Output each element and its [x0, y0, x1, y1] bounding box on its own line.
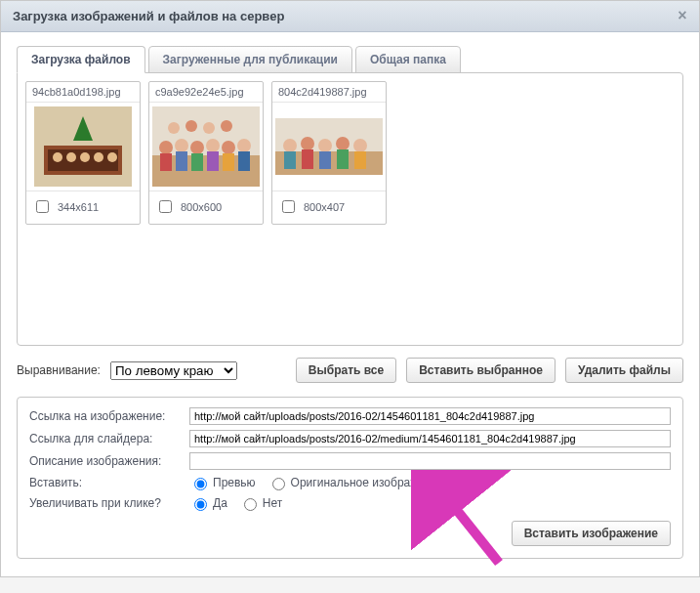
original-radio[interactable] [272, 478, 285, 490]
preview-radio[interactable] [194, 478, 207, 490]
svg-rect-20 [223, 153, 234, 171]
svg-point-19 [222, 141, 235, 154]
svg-point-11 [159, 141, 173, 154]
svg-rect-14 [176, 151, 187, 171]
thumbnail-checkbox[interactable] [159, 200, 172, 213]
tab-upload-files[interactable]: Загрузка файлов [17, 46, 145, 73]
thumbnail-dimensions: 344x611 [58, 201, 99, 213]
svg-point-21 [237, 139, 251, 152]
svg-point-23 [168, 122, 180, 134]
thumbnail-card[interactable]: 804c2d419887.jpg [271, 81, 387, 225]
insert-selected-button[interactable]: Вставить выбранное [406, 358, 556, 383]
thumbnail-footer: 344x611 [26, 191, 140, 224]
thumbnail-filename: 804c2d419887.jpg [272, 82, 386, 103]
svg-rect-22 [238, 151, 250, 171]
svg-point-4 [53, 152, 62, 162]
enlarge-label: Увеличивать при клике? [29, 496, 184, 510]
thumbnail-card[interactable]: c9a9e92e24e5.jpg [148, 81, 264, 225]
tab-panel: 94cb81a0d198.jpg [17, 72, 683, 346]
svg-rect-12 [160, 153, 172, 171]
svg-point-7 [94, 152, 103, 162]
align-select[interactable]: По левому краю По центру По правому краю [110, 361, 237, 380]
thumbnail-footer: 800x407 [272, 191, 386, 224]
insert-mode-group: Превью Оригинальное изображение [189, 475, 444, 490]
insert-mode-label: Вставить: [29, 476, 184, 489]
description-label: Описание изображения: [29, 454, 184, 468]
insert-preview-option[interactable]: Превью [189, 475, 256, 490]
dialog-header: Загрузка изображений и файлов на сервер … [1, 1, 699, 32]
svg-point-24 [185, 120, 197, 132]
upload-dialog: Загрузка изображений и файлов на сервер … [0, 0, 700, 577]
close-icon[interactable]: × [674, 7, 691, 24]
enlarge-no-option[interactable]: Нет [239, 495, 282, 511]
svg-rect-16 [191, 153, 203, 171]
svg-point-13 [175, 139, 188, 152]
svg-point-31 [301, 137, 314, 150]
svg-point-33 [318, 139, 332, 152]
dialog-body: Загрузка файлов Загруженные для публикац… [1, 32, 699, 576]
thumbnail-filename: c9a9e92e24e5.jpg [149, 82, 263, 103]
slider-link-input[interactable] [189, 430, 671, 447]
svg-rect-30 [284, 151, 296, 169]
svg-point-37 [353, 139, 367, 152]
select-all-button[interactable]: Выбрать все [296, 358, 396, 383]
description-input[interactable] [189, 452, 671, 470]
svg-point-17 [206, 139, 220, 152]
insert-original-option[interactable]: Оригинальное изображение [268, 475, 444, 490]
enlarge-yes-radio[interactable] [194, 498, 207, 511]
thumbnail-checkbox[interactable] [282, 200, 295, 213]
thumbnail-grid: 94cb81a0d198.jpg [25, 81, 675, 225]
thumbnail-checkbox[interactable] [36, 200, 49, 213]
svg-point-25 [203, 122, 215, 134]
svg-point-26 [221, 120, 232, 132]
enlarge-group: Да Нет [189, 495, 282, 511]
tabs: Загрузка файлов Загруженные для публикац… [17, 46, 683, 73]
action-row: Выравнивание: По левому краю По центру П… [17, 358, 683, 383]
thumbnail-dimensions: 800x407 [304, 201, 345, 213]
enlarge-yes-option[interactable]: Да [189, 495, 227, 511]
tab-shared-folder[interactable]: Общая папка [355, 46, 461, 73]
svg-rect-36 [337, 149, 349, 169]
delete-files-button[interactable]: Удалить файлы [565, 358, 683, 383]
svg-rect-18 [207, 151, 219, 171]
svg-rect-38 [354, 151, 366, 169]
thumbnail-card[interactable]: 94cb81a0d198.jpg [25, 81, 141, 225]
dialog-title: Загрузка изображений и файлов на сервер [13, 9, 284, 23]
image-link-input[interactable] [189, 407, 671, 425]
image-link-label: Ссылка на изображение: [29, 409, 184, 423]
thumbnail-image [149, 103, 263, 191]
thumbnail-filename: 94cb81a0d198.jpg [26, 82, 140, 103]
align-label: Выравнивание: [17, 363, 101, 377]
svg-point-29 [283, 139, 297, 152]
svg-point-6 [80, 152, 90, 162]
image-options-form: Ссылка на изображение: Ссылка для слайде… [17, 397, 683, 559]
thumbnail-footer: 800x600 [149, 191, 263, 224]
svg-point-5 [66, 152, 76, 162]
thumbnail-image [272, 103, 386, 191]
svg-rect-34 [319, 151, 331, 169]
svg-rect-32 [302, 149, 313, 169]
tab-uploaded-for-pub[interactable]: Загруженные для публикации [148, 46, 352, 73]
slider-link-label: Ссылка для слайдера: [29, 432, 184, 445]
thumbnail-image [26, 103, 140, 191]
insert-image-button[interactable]: Вставить изображение [512, 521, 671, 546]
svg-point-15 [190, 141, 204, 154]
thumbnail-dimensions: 800x600 [181, 201, 222, 213]
svg-point-35 [336, 137, 350, 150]
svg-point-8 [107, 152, 117, 162]
enlarge-no-radio[interactable] [244, 498, 257, 511]
